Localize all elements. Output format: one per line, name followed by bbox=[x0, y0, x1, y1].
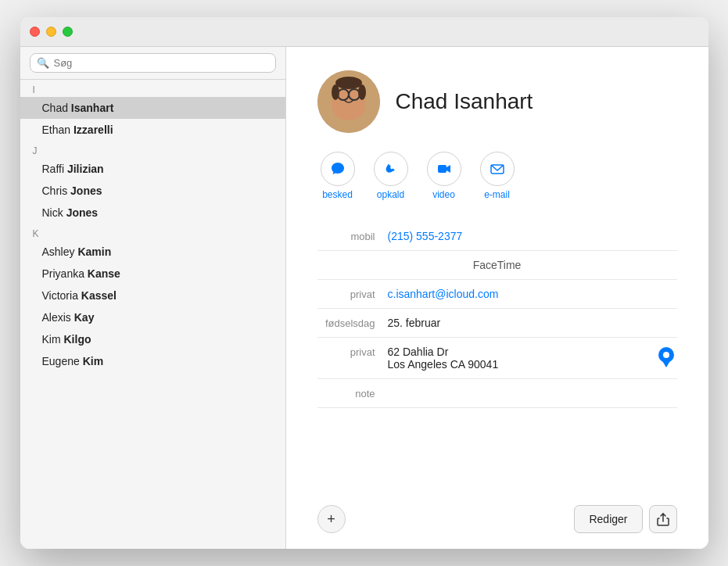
email-row: privat c.isanhart@icloud.com bbox=[317, 280, 677, 309]
bottom-bar: + Rediger bbox=[317, 493, 677, 533]
contact-item[interactable]: Ashley Kamin bbox=[20, 241, 285, 263]
main-window: 🔍 I Chad Isanhart Ethan Izzarelli J Raff… bbox=[20, 17, 708, 549]
message-button[interactable]: besked bbox=[321, 152, 355, 200]
contact-item[interactable]: Ethan Izzarelli bbox=[20, 119, 285, 141]
edit-button[interactable]: Rediger bbox=[574, 505, 642, 533]
phone-value[interactable]: (215) 555-2377 bbox=[388, 230, 677, 242]
sidebar: 🔍 I Chad Isanhart Ethan Izzarelli J Raff… bbox=[20, 47, 286, 549]
address-row: privat 62 Dahlia Dr Los Angeles CA 90041 bbox=[317, 338, 677, 379]
call-label: opkald bbox=[377, 189, 404, 200]
contact-list: I Chad Isanhart Ethan Izzarelli J Raffi … bbox=[20, 80, 285, 549]
contact-item[interactable]: Victoria Kassel bbox=[20, 285, 285, 306]
email-icon bbox=[480, 152, 515, 186]
maximize-button[interactable] bbox=[63, 27, 73, 37]
video-button[interactable]: video bbox=[427, 152, 461, 200]
content-area: 🔍 I Chad Isanhart Ethan Izzarelli J Raff… bbox=[20, 47, 708, 549]
contact-name: Chad Isanhart bbox=[396, 89, 533, 114]
contact-item[interactable]: Raffi Jilizian bbox=[20, 158, 285, 180]
search-icon: 🔍 bbox=[37, 57, 49, 69]
birthday-value: 25. februar bbox=[388, 317, 677, 329]
map-pin-icon[interactable] bbox=[655, 346, 677, 367]
facetime-row: FaceTime bbox=[317, 251, 677, 280]
contact-header: Chad Isanhart bbox=[317, 70, 677, 133]
info-section: mobil (215) 555-2377 FaceTime privat c.i… bbox=[317, 222, 677, 493]
share-button[interactable] bbox=[649, 505, 677, 533]
phone-row: mobil (215) 555-2377 bbox=[317, 222, 677, 251]
bottom-left: + bbox=[317, 505, 346, 533]
svg-point-13 bbox=[663, 352, 669, 358]
note-row: note bbox=[317, 379, 677, 408]
bottom-right: Rediger bbox=[574, 505, 676, 533]
section-header-J: J bbox=[20, 141, 285, 158]
contact-item[interactable]: Alexis Kay bbox=[20, 306, 285, 328]
svg-point-8 bbox=[358, 84, 366, 100]
facetime-label: FaceTime bbox=[473, 259, 522, 271]
minimize-button[interactable] bbox=[46, 27, 56, 37]
section-header-K: K bbox=[20, 224, 285, 241]
address-label: privat bbox=[317, 346, 388, 358]
birthday-row: fødselsdag 25. februar bbox=[317, 309, 677, 338]
action-buttons: besked opkald bbox=[317, 152, 677, 200]
call-icon bbox=[374, 152, 408, 186]
contact-item[interactable]: Priyanka Kanse bbox=[20, 263, 285, 285]
svg-point-6 bbox=[335, 77, 362, 89]
video-icon bbox=[427, 152, 461, 186]
note-label: note bbox=[317, 387, 388, 399]
call-button[interactable]: opkald bbox=[374, 152, 408, 200]
email-button[interactable]: e-mail bbox=[480, 152, 515, 200]
svg-rect-9 bbox=[438, 165, 446, 173]
email-value[interactable]: c.isanhart@icloud.com bbox=[388, 288, 677, 300]
email-field-label: privat bbox=[317, 288, 388, 300]
address-value[interactable]: 62 Dahlia Dr Los Angeles CA 90041 bbox=[388, 346, 651, 371]
svg-marker-14 bbox=[662, 360, 671, 367]
search-bar: 🔍 bbox=[20, 47, 285, 80]
contact-item[interactable]: Chad Isanhart bbox=[20, 97, 285, 119]
svg-marker-10 bbox=[446, 165, 450, 173]
contact-item[interactable]: Nick Jones bbox=[20, 202, 285, 224]
contact-item[interactable]: Eugene Kim bbox=[20, 350, 285, 372]
section-header-I: I bbox=[20, 80, 285, 97]
search-input[interactable] bbox=[54, 57, 269, 69]
avatar bbox=[317, 70, 380, 133]
contact-item[interactable]: Kim Kilgo bbox=[20, 328, 285, 350]
add-contact-button[interactable]: + bbox=[317, 505, 346, 533]
birthday-label: fødselsdag bbox=[317, 317, 388, 329]
message-icon bbox=[321, 152, 355, 186]
video-label: video bbox=[432, 189, 455, 200]
address-wrapper: 62 Dahlia Dr Los Angeles CA 90041 bbox=[388, 346, 677, 371]
phone-label: mobil bbox=[317, 230, 388, 242]
email-label: e-mail bbox=[484, 189, 510, 200]
detail-panel: Chad Isanhart besked bbox=[286, 47, 708, 549]
search-wrapper[interactable]: 🔍 bbox=[30, 53, 276, 73]
titlebar bbox=[20, 17, 708, 47]
close-button[interactable] bbox=[30, 27, 40, 37]
message-label: besked bbox=[322, 189, 353, 200]
contact-item-chris-jones[interactable]: Chris Jones bbox=[20, 180, 285, 202]
svg-point-7 bbox=[332, 84, 339, 100]
